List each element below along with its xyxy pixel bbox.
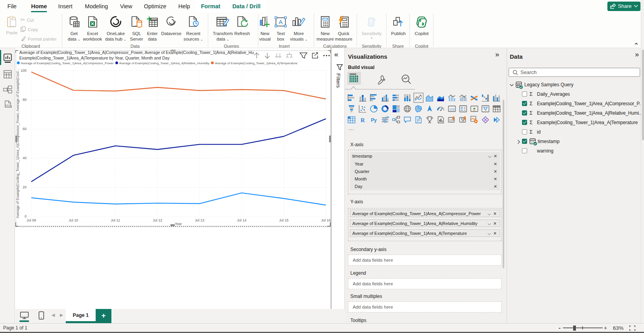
svg-text:40: 40 (22, 156, 26, 160)
svg-text:80: 80 (22, 98, 26, 102)
svg-text:R: R (361, 117, 365, 123)
svg-text:DAX: DAX (5, 104, 11, 107)
svg-text:Jul 12: Jul 12 (153, 218, 162, 222)
svg-text:A: A (279, 19, 283, 25)
svg-text:Py: Py (371, 117, 377, 123)
svg-text:AT: AT (473, 109, 476, 112)
svg-text:Jul 13: Jul 13 (195, 218, 204, 222)
svg-text:Jul 15: Jul 15 (279, 218, 289, 222)
svg-text:100: 100 (20, 69, 26, 73)
svg-text:0: 0 (24, 214, 26, 218)
svg-text:Jul 10: Jul 10 (68, 218, 78, 222)
svg-text:60: 60 (22, 127, 26, 131)
svg-text:Jul 16: Jul 16 (321, 218, 331, 222)
svg-text:123: 123 (449, 108, 455, 111)
svg-text:Average of Example|Cooling_Tow: Average of Example|Cooling_Tower_1|Area_… (16, 69, 20, 218)
svg-text:Year: Year (175, 222, 182, 226)
svg-text:Jul 14: Jul 14 (237, 218, 246, 222)
svg-text:Jul 11: Jul 11 (111, 218, 120, 222)
svg-text:Jul 09: Jul 09 (26, 218, 36, 222)
svg-text:20: 20 (22, 185, 26, 189)
